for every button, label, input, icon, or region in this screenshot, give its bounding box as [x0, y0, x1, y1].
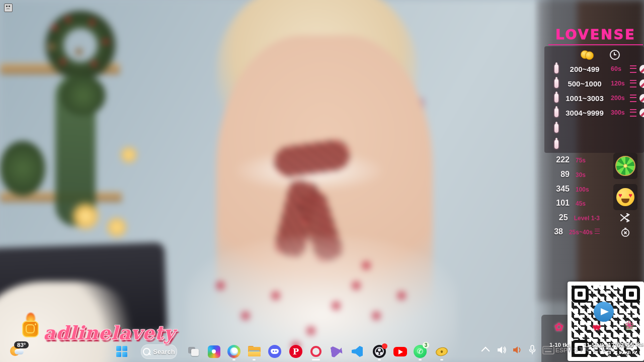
file-explorer-button[interactable] — [247, 344, 261, 358]
red-ring-icon — [310, 346, 321, 357]
running-indicator — [253, 359, 256, 360]
tip-duration: 200s — [611, 95, 630, 102]
red-ring-app-button[interactable] — [309, 344, 323, 358]
temperature-badge: 83° — [14, 341, 29, 348]
tip-menu-row: 200~499 60s — [548, 62, 644, 75]
lovense-toy-icon — [554, 94, 558, 103]
instagram-icon — [22, 321, 39, 337]
fortune-wheel-box — [613, 153, 637, 179]
pinterest-button[interactable]: P — [289, 344, 303, 358]
tray-chevron-button[interactable] — [482, 346, 489, 354]
microphone-icon — [528, 345, 536, 355]
lovense-toy-icon — [554, 140, 558, 149]
timer-cancel-icon — [620, 227, 630, 239]
visual-studio-icon — [331, 345, 343, 358]
discord-icon — [268, 345, 281, 358]
lovense-toy-icon — [554, 124, 558, 133]
telegram-icon — [594, 302, 614, 322]
visual-studio-button[interactable] — [330, 344, 344, 358]
tip-menu-row: 1001~3003 200s — [548, 92, 644, 105]
folder-icon — [248, 347, 261, 357]
microphone-button[interactable] — [528, 345, 536, 355]
rose-icon: ✿ — [551, 320, 567, 335]
notification-dot — [382, 343, 387, 349]
tip-label: 45s — [576, 200, 586, 207]
gold-horn-app-button[interactable] — [435, 344, 449, 358]
stream-screen: LOVENSE 200~499 60s 500~1000 120s 1001~3… — [0, 0, 644, 362]
tip-duration: 120s — [611, 80, 630, 87]
prohibited-icon — [639, 94, 644, 103]
tip-amount: 345 — [544, 185, 570, 194]
quick-tip-row: 101 45s — [544, 199, 600, 212]
tip-label: 30s — [576, 171, 586, 178]
system-volume-button[interactable] — [496, 345, 507, 355]
lovense-logo: LOVENSE — [548, 27, 643, 45]
pinterest-icon: P — [289, 345, 302, 358]
emoji-box: ♥♥ — [613, 184, 637, 210]
vscode-button[interactable] — [350, 344, 364, 358]
prohibited-icon — [639, 65, 644, 73]
windows-logo-icon — [116, 346, 127, 357]
weather-widget[interactable]: 83° — [8, 341, 38, 359]
photos-icon — [208, 345, 220, 358]
edge-browser-button[interactable] — [227, 344, 241, 358]
quick-tip-row: 222 75s — [544, 155, 600, 168]
tip-amount: 89 — [544, 170, 570, 179]
quick-tip-row: 345 100s — [544, 185, 600, 198]
prohibited-icon — [639, 109, 644, 117]
tip-amount: 38 — [544, 227, 563, 236]
menu-lines-icon — [630, 109, 636, 117]
tip-amount: 222 — [544, 155, 570, 164]
tip-label: 75s — [576, 157, 586, 164]
whatsapp-badge: 3 — [423, 342, 429, 348]
tip-range: 200~499 — [558, 65, 611, 73]
tip-menu-row: 500~1000 120s — [548, 77, 644, 90]
tip-duration: 60s — [611, 65, 630, 72]
vscode-icon — [352, 346, 363, 357]
orange-speaker-icon — [512, 345, 523, 355]
search-button[interactable]: Search — [141, 344, 177, 359]
fortune-wheel-icon — [615, 156, 635, 176]
obs-icon — [373, 345, 386, 358]
obs-studio-button[interactable] — [372, 344, 386, 358]
running-indicator — [440, 359, 443, 360]
running-indicator — [419, 359, 422, 360]
running-indicator — [378, 359, 381, 360]
broken-image-icon — [4, 4, 13, 12]
quick-tip-row: 38 25s~40s — [544, 227, 600, 240]
tip-menu-row: 3004~9999 300s — [548, 106, 644, 119]
start-button[interactable] — [115, 344, 129, 358]
tip-menu-header — [544, 49, 644, 61]
active-indicator — [312, 359, 320, 360]
menu-lines-icon — [630, 65, 636, 73]
tip-range: 500~1000 — [558, 79, 611, 88]
task-view-button[interactable] — [187, 344, 201, 358]
whatsapp-icon: ✆3 — [414, 345, 427, 358]
tip-label: 25s~40s — [569, 229, 600, 236]
search-label: Search — [153, 348, 175, 355]
tip-range: 1001~3003 — [558, 94, 611, 103]
heart-eyes-emoji-icon: ♥♥ — [616, 188, 634, 206]
tip-amount: 101 — [544, 199, 570, 208]
quick-tip-row: 25 Level 1-3 — [544, 213, 600, 226]
clock-icon — [610, 50, 620, 60]
task-view-icon — [188, 347, 199, 356]
youtube-icon — [393, 347, 407, 356]
lovense-toy-icon — [554, 64, 558, 73]
speaker-icon — [496, 345, 507, 355]
gold-horn-icon — [435, 346, 448, 357]
photos-app-button[interactable] — [207, 344, 221, 358]
youtube-button[interactable] — [393, 344, 407, 358]
lovense-toy-icon — [554, 108, 558, 117]
tip-menu-row-empty — [548, 138, 644, 151]
lovense-toy-icon — [554, 79, 558, 88]
tip-menu-row-empty — [548, 122, 644, 135]
prohibited-icon — [639, 79, 644, 88]
menu-lines-icon — [595, 229, 600, 234]
tip-duration: 300s — [611, 109, 630, 116]
overlay-time: 17:07:44 — [608, 342, 633, 349]
chevron-up-icon — [481, 347, 490, 355]
discord-button[interactable] — [268, 344, 282, 358]
volume-mixer-button[interactable] — [512, 345, 523, 355]
whatsapp-button[interactable]: ✆3 — [413, 344, 427, 358]
